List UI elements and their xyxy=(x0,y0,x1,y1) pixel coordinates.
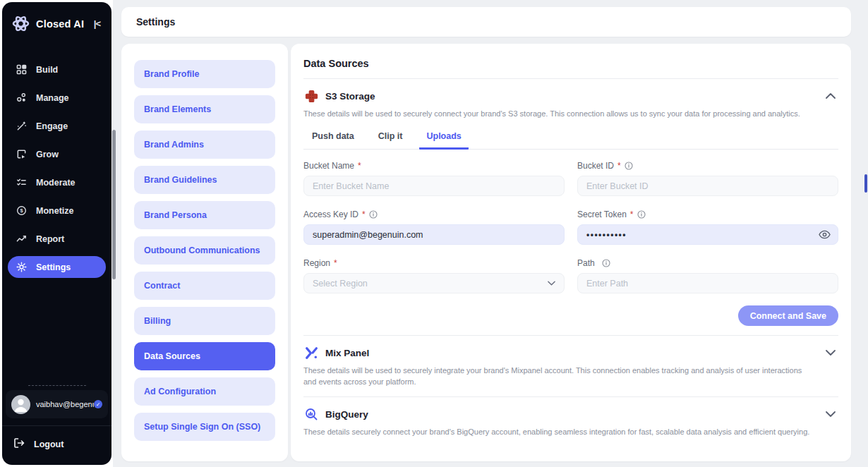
path-input[interactable] xyxy=(577,273,838,293)
required-asterisk: * xyxy=(334,258,337,268)
svg-text:$: $ xyxy=(20,207,23,214)
sidebar-item-label: Report xyxy=(36,234,64,244)
connect-and-save-button[interactable]: Connect and Save xyxy=(738,305,838,326)
required-asterisk: * xyxy=(358,161,361,171)
sidebar-collapse-icon[interactable]: |< xyxy=(91,17,103,30)
subnav-label: Brand Elements xyxy=(144,104,211,114)
subnav-label: Brand Persona xyxy=(144,210,207,220)
mixpanel-section-title: Mix Panel xyxy=(325,348,823,358)
s3-section-title: S3 Storage xyxy=(325,91,823,102)
subnav-item-billing[interactable]: Billing xyxy=(134,307,275,335)
required-asterisk: * xyxy=(362,210,366,219)
sidebar-item-label: Moderate xyxy=(36,178,76,188)
primary-sidebar: Closed AI |< Build Manage xyxy=(2,2,111,465)
mixpanel-description: These details will be used to securely i… xyxy=(303,365,838,387)
brand-name: Closed AI xyxy=(36,18,91,30)
subnav-item-contract[interactable]: Contract xyxy=(134,272,275,300)
sidebar-item-monetize[interactable]: $ Monetize xyxy=(8,200,106,222)
subnav-item-data-sources[interactable]: Data Sources xyxy=(134,342,275,370)
sidebar-item-label: Engage xyxy=(36,121,68,131)
panel-title: Data Sources xyxy=(303,58,838,69)
mixpanel-expand-chevron-down-icon[interactable] xyxy=(823,347,838,358)
engage-wand-icon xyxy=(16,120,28,132)
bigquery-section-title: BigQuery xyxy=(325,409,823,420)
logout-button[interactable]: Logout xyxy=(2,426,111,465)
divider xyxy=(303,396,838,397)
bucket-id-input[interactable] xyxy=(577,176,838,196)
tab-uploads[interactable]: Uploads xyxy=(419,127,468,150)
sidebar-item-manage[interactable]: Manage xyxy=(8,87,106,109)
subnav-label: Brand Guidelines xyxy=(144,175,217,185)
sidebar-item-grow[interactable]: Grow xyxy=(8,143,106,165)
sidebar-scrollbar-thumb[interactable] xyxy=(112,130,116,279)
page-scrollbar-thumb[interactable] xyxy=(864,174,867,193)
data-sources-panel: Data Sources S3 Storage These details wi… xyxy=(291,44,851,461)
closed-ai-logo-icon xyxy=(11,14,30,33)
subnav-item-brand-admins[interactable]: Brand Admins xyxy=(134,131,275,159)
chevron-down-icon xyxy=(548,281,555,286)
build-grid-icon xyxy=(16,63,28,75)
subnav-label: Outbound Communications xyxy=(144,245,260,255)
bigquery-description: These details securely connect your bran… xyxy=(303,426,838,437)
sidebar-item-label: Monetize xyxy=(36,206,73,216)
subnav-item-brand-persona[interactable]: Brand Persona xyxy=(134,201,275,229)
sidebar-item-settings[interactable]: Settings xyxy=(8,256,106,278)
info-icon[interactable] xyxy=(637,210,646,219)
subnav-label: Ad Configuration xyxy=(144,387,216,396)
logout-label: Logout xyxy=(34,439,64,449)
subnav-label: Billing xyxy=(144,316,171,326)
subnav-label: Brand Admins xyxy=(144,140,204,150)
bigquery-expand-chevron-down-icon[interactable] xyxy=(823,408,838,420)
sidebar-item-engage[interactable]: Engage xyxy=(8,115,106,137)
user-avatar xyxy=(11,395,30,414)
user-account-card[interactable]: vaibhav@begenu... ✓ xyxy=(6,390,108,418)
secret-token-input[interactable] xyxy=(577,224,838,245)
bucket-name-label: Bucket Name xyxy=(303,161,354,171)
info-icon[interactable] xyxy=(625,162,633,170)
subnav-label: Data Sources xyxy=(144,351,200,361)
primary-nav: Build Manage Engage xyxy=(2,40,111,278)
sidebar-item-label: Settings xyxy=(36,262,71,272)
sidebar-item-label: Grow xyxy=(36,150,59,159)
manage-nodes-icon xyxy=(16,92,28,104)
s3-collapse-chevron-up-icon[interactable] xyxy=(823,90,838,102)
access-key-input[interactable] xyxy=(303,224,565,245)
path-label: Path xyxy=(577,258,595,268)
divider xyxy=(303,335,838,336)
subnav-label: Contract xyxy=(144,281,180,291)
field-region: Region * Select Region xyxy=(303,258,565,293)
region-select[interactable]: Select Region xyxy=(303,273,565,293)
subnav-item-brand-guidelines[interactable]: Brand Guidelines xyxy=(134,166,275,194)
sidebar-item-label: Build xyxy=(36,65,58,75)
sidebar-footer: vaibhav@begenu... ✓ Logout xyxy=(2,385,111,465)
sidebar-item-report[interactable]: Report xyxy=(8,228,106,250)
info-icon[interactable] xyxy=(602,259,610,267)
show-password-eye-icon[interactable] xyxy=(819,229,831,242)
tab-clip-it[interactable]: Clip it xyxy=(371,127,410,149)
monetize-dollar-icon: $ xyxy=(16,205,28,217)
bucket-name-input[interactable] xyxy=(303,176,565,196)
page-title: Settings xyxy=(136,16,175,28)
subnav-item-brand-elements[interactable]: Brand Elements xyxy=(134,95,275,123)
report-chart-icon xyxy=(16,233,28,245)
user-email: vaibhav@begenu... xyxy=(36,400,94,408)
grow-arrow-icon xyxy=(16,148,28,160)
s3-description: These details will be used to securely c… xyxy=(303,108,838,119)
settings-subnav: Brand Profile Brand Elements Brand Admin… xyxy=(121,44,288,461)
sidebar-item-build[interactable]: Build xyxy=(8,59,106,80)
subnav-item-outbound-communications[interactable]: Outbound Communications xyxy=(134,236,275,265)
field-bucket-id: Bucket ID * xyxy=(577,161,838,196)
verified-badge-icon: ✓ xyxy=(94,400,102,408)
field-path: Path xyxy=(577,258,838,293)
bigquery-section-header: BigQuery xyxy=(303,406,838,422)
subnav-item-sso[interactable]: Setup Single Sign On (SSO) xyxy=(134,413,275,441)
sidebar-item-moderate[interactable]: Moderate xyxy=(8,171,106,193)
subnav-item-brand-profile[interactable]: Brand Profile xyxy=(134,60,275,88)
info-icon[interactable] xyxy=(369,210,378,219)
tab-push-data[interactable]: Push data xyxy=(305,127,361,149)
region-select-placeholder: Select Region xyxy=(313,279,368,289)
subnav-item-ad-configuration[interactable]: Ad Configuration xyxy=(134,377,275,406)
required-asterisk: * xyxy=(630,210,634,219)
dashed-divider xyxy=(28,385,86,386)
subnav-label: Setup Single Sign On (SSO) xyxy=(144,422,260,432)
